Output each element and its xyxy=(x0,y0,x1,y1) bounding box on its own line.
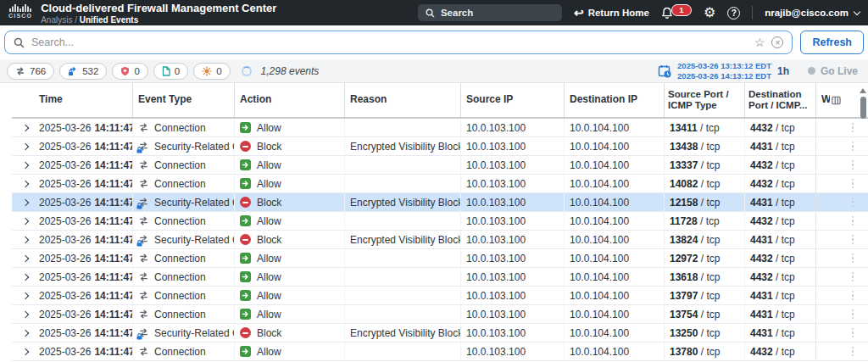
table-row[interactable]: 2025-03-2614:11:47 Connection Allow xyxy=(12,268,868,287)
time-range-picker[interactable]: 2025-03-26 13:13:12 EDT 2025-03-26 14:13… xyxy=(658,61,789,81)
scroll-up-icon[interactable] xyxy=(860,88,866,93)
row-menu[interactable] xyxy=(846,193,860,211)
settings-button[interactable]: ⚙ xyxy=(704,6,715,19)
cell-source-ip: 10.0.103.100 xyxy=(460,324,564,342)
row-menu[interactable] xyxy=(846,212,860,230)
column-header-source-port[interactable]: Source Port / ICMP Type xyxy=(664,83,744,117)
scrollbar-thumb[interactable] xyxy=(860,97,866,119)
time-range-duration: 1h xyxy=(777,65,789,77)
row-menu[interactable] xyxy=(846,119,860,136)
events-count: 1,298 events xyxy=(261,65,320,77)
refresh-button[interactable]: Refresh xyxy=(800,31,864,54)
table-row[interactable]: 2025-03-2614:11:47 Connection Allow xyxy=(12,212,868,231)
cell-w-truncated xyxy=(815,231,846,248)
table-row[interactable]: 2025-03-2614:11:47 Connection Allow xyxy=(12,249,868,268)
notifications-button[interactable]: 1 xyxy=(661,7,692,19)
cell-destination-ip: 10.0.104.100 xyxy=(564,119,664,136)
kebab-menu-icon xyxy=(851,328,854,338)
row-expander[interactable] xyxy=(12,175,34,192)
cell-destination-port: 4431 / tcp xyxy=(744,193,815,211)
chip-connection-events[interactable]: 766 xyxy=(7,63,54,80)
row-expander[interactable] xyxy=(12,305,34,323)
row-expander[interactable] xyxy=(12,249,34,267)
expand-chevron-icon xyxy=(22,124,29,131)
cell-reason: Encrypted Visibility Block xyxy=(344,324,460,342)
chip-intrusion-events[interactable]: 0 xyxy=(112,63,147,80)
table-row[interactable]: 2025-03-2614:11:47 Connection Allow xyxy=(12,343,868,361)
row-menu[interactable] xyxy=(846,343,860,360)
row-expander[interactable] xyxy=(12,119,34,136)
user-menu[interactable]: nrajib@cisco.com xyxy=(765,8,860,18)
chip-security-related-connection-events[interactable]: 532 xyxy=(59,63,107,80)
row-menu[interactable] xyxy=(846,268,860,286)
column-header-time[interactable]: Time xyxy=(34,83,132,117)
event-search-box[interactable]: ☆ × xyxy=(4,31,793,54)
column-header-event-type[interactable]: Event Type xyxy=(132,83,234,117)
row-expander[interactable] xyxy=(12,324,34,342)
row-menu[interactable] xyxy=(846,287,860,304)
table-row[interactable]: 2025-03-2614:11:47 Security-Related Conn… xyxy=(12,193,868,212)
vertical-scrollbar[interactable] xyxy=(859,88,867,361)
cell-source-port: 11728 / tcp xyxy=(664,212,744,230)
chip-file-events[interactable]: 0 xyxy=(153,63,188,80)
table-row[interactable]: 2025-03-2614:11:47 Security-Related Conn… xyxy=(12,137,868,156)
swap-arrows-icon xyxy=(138,346,149,357)
cell-reason xyxy=(344,212,460,230)
kebab-menu-icon xyxy=(851,179,854,189)
return-home-button[interactable]: ↩ Return Home xyxy=(574,7,649,19)
row-menu[interactable] xyxy=(846,137,860,155)
column-header-reason[interactable]: Reason xyxy=(344,83,460,117)
favorite-star-icon[interactable]: ☆ xyxy=(754,36,765,49)
row-menu[interactable] xyxy=(846,175,860,192)
table-row[interactable]: 2025-03-2614:11:47 Security-Related Conn… xyxy=(12,231,868,249)
column-header-source-ip[interactable]: Source IP xyxy=(460,83,564,117)
table-row[interactable]: 2025-03-2614:11:47 Connection Allow xyxy=(12,287,868,305)
chip-malware-events[interactable]: 0 xyxy=(193,63,230,80)
allow-icon xyxy=(240,290,251,301)
row-expander[interactable] xyxy=(12,137,34,155)
column-header-destination-port[interactable]: Destination Port / ICMP... xyxy=(744,83,815,117)
cell-reason: Encrypted Visibility Block xyxy=(344,231,460,248)
row-menu[interactable] xyxy=(846,231,860,248)
global-search-label: Search xyxy=(441,8,473,18)
breadcrumb-section[interactable]: Analysis xyxy=(41,15,72,25)
go-live-label: Go Live xyxy=(821,65,858,77)
column-header-destination-ip[interactable]: Destination IP xyxy=(564,83,664,117)
table-row[interactable]: 2025-03-2614:11:47 Connection Allow xyxy=(12,156,868,175)
row-expander[interactable] xyxy=(12,193,34,211)
allow-icon xyxy=(240,253,251,264)
table-row[interactable]: 2025-03-2614:11:47 Security-Related Conn… xyxy=(12,324,868,343)
cell-time: 2025-03-2614:11:47 xyxy=(34,212,132,230)
event-search-input[interactable] xyxy=(31,36,748,48)
help-button[interactable]: ? xyxy=(727,7,740,19)
cell-event-type: Security-Related Connection xyxy=(132,137,234,155)
row-menu[interactable] xyxy=(846,249,860,267)
cisco-bars-icon xyxy=(9,4,31,12)
column-settings-icon[interactable] xyxy=(832,95,841,106)
row-expander[interactable] xyxy=(12,287,34,304)
cell-event-type: Connection xyxy=(132,212,234,230)
clear-search-icon[interactable]: × xyxy=(771,36,783,48)
global-search[interactable]: Search xyxy=(418,4,562,21)
row-expander[interactable] xyxy=(12,156,34,174)
kebab-menu-icon xyxy=(851,123,854,133)
cell-source-port: 14082 / tcp xyxy=(664,175,744,192)
column-header-w-truncated[interactable]: W xyxy=(815,83,846,117)
row-expander[interactable] xyxy=(12,231,34,248)
event-type-icon xyxy=(138,141,151,152)
row-menu[interactable] xyxy=(846,324,860,342)
table-row[interactable]: 2025-03-2614:11:47 Connection Allow xyxy=(12,305,868,324)
table-row[interactable]: 2025-03-2614:11:47 Connection Allow xyxy=(12,175,868,193)
column-header-action[interactable]: Action xyxy=(234,83,344,117)
cell-source-ip: 10.0.103.100 xyxy=(460,249,564,267)
row-expander[interactable] xyxy=(12,268,34,286)
go-live-toggle[interactable]: Go Live xyxy=(808,65,858,77)
table-row[interactable]: 2025-03-2614:11:47 Connection Allow xyxy=(12,119,868,137)
block-icon xyxy=(240,197,251,208)
row-menu[interactable] xyxy=(846,305,860,323)
cell-destination-port: 4431 / tcp xyxy=(744,324,815,342)
row-expander[interactable] xyxy=(12,212,34,230)
row-expander[interactable] xyxy=(12,343,34,360)
swap-arrows-icon xyxy=(138,215,149,226)
row-menu[interactable] xyxy=(846,156,860,174)
